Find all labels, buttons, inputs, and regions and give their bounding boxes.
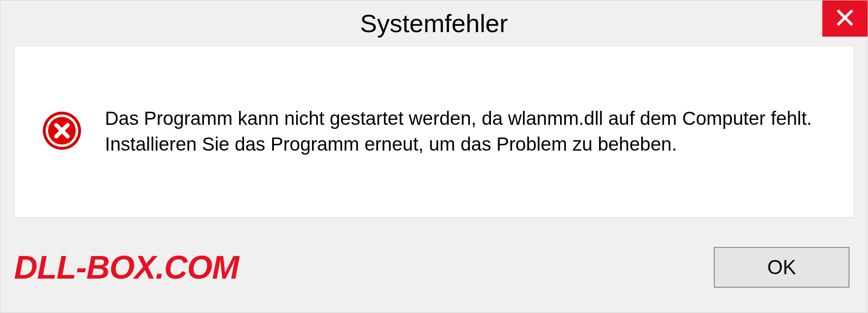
close-icon bbox=[836, 9, 854, 28]
dialog-footer: DLL-BOX.COM OK bbox=[0, 231, 868, 313]
dialog-title: Systemfehler bbox=[360, 9, 508, 38]
ok-button[interactable]: OK bbox=[714, 247, 849, 288]
watermark-text: DLL-BOX.COM bbox=[14, 249, 239, 286]
titlebar: Systemfehler bbox=[0, 0, 868, 46]
error-message: Das Programm kann nicht gestartet werden… bbox=[105, 106, 826, 157]
close-button[interactable] bbox=[822, 0, 868, 37]
error-dialog: Systemfehler Das Programm kann nicht ges… bbox=[0, 0, 868, 313]
content-panel: Das Programm kann nicht gestartet werden… bbox=[14, 46, 854, 218]
error-icon bbox=[42, 110, 82, 153]
